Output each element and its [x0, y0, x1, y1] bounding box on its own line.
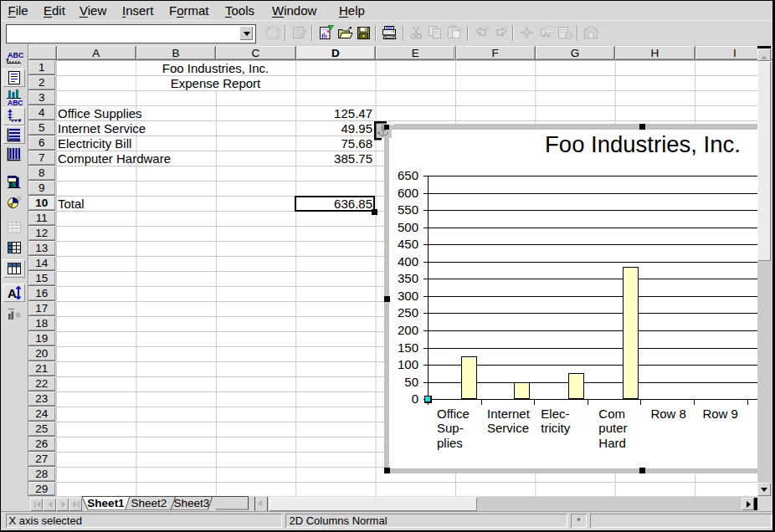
svg-text:A: A: [8, 286, 17, 300]
svg-text:ABC: ABC: [8, 99, 23, 106]
svg-text:ABC: ABC: [8, 51, 23, 59]
